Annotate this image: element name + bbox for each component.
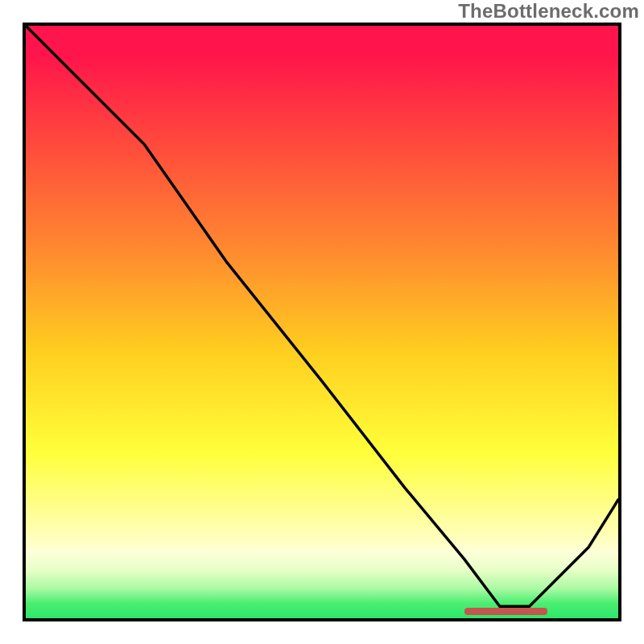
watermark-text: TheBottleneck.com: [458, 0, 639, 23]
optimal-range-bar: [464, 608, 547, 615]
plot-area: [23, 23, 621, 621]
curve-path: [26, 26, 618, 606]
chart-frame: TheBottleneck.com: [0, 0, 644, 644]
bottleneck-curve: [26, 26, 618, 618]
